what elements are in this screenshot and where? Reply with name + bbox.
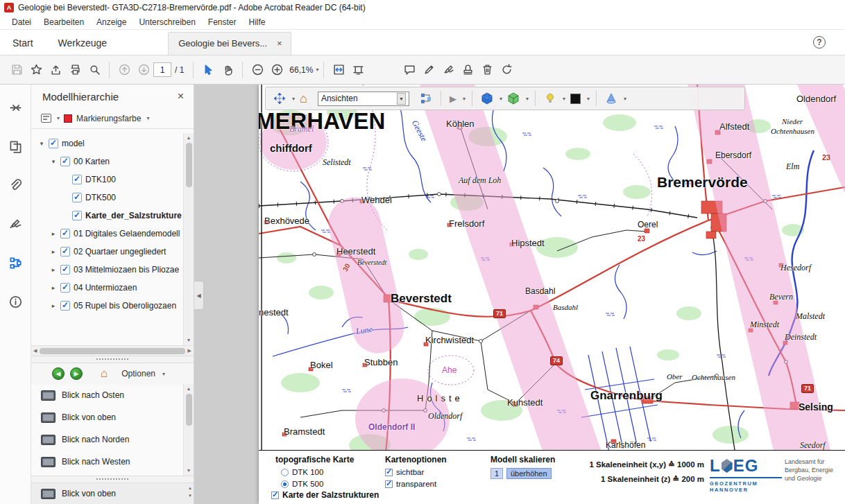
tab-werkzeuge[interactable]: Werkzeuge: [46, 31, 120, 55]
views-dropdown[interactable]: Ansichten ▼: [318, 92, 409, 106]
chevron-down-icon[interactable]: ▾: [292, 96, 295, 102]
chevron-down-icon[interactable]: ▼: [397, 93, 406, 105]
menu-fenster[interactable]: Fenster: [202, 16, 243, 28]
menu-unterschreiben[interactable]: Unterschreiben: [133, 16, 201, 28]
pan-tool-icon[interactable]: [271, 89, 288, 107]
comment-icon[interactable]: [400, 60, 419, 80]
expander-icon[interactable]: ▸: [50, 248, 57, 255]
help-icon[interactable]: ?: [813, 36, 826, 49]
chevron-down-icon[interactable]: ▾: [463, 96, 466, 102]
tree-item-04-untermiozaen[interactable]: ▸04 Untermiozaen: [31, 279, 194, 297]
lighting-icon[interactable]: [542, 89, 558, 107]
tab-close-icon[interactable]: ×: [277, 38, 282, 49]
projection-mode-icon[interactable]: [505, 89, 522, 107]
expander-icon[interactable]: ▸: [50, 266, 57, 273]
checkbox-checked-icon[interactable]: [60, 301, 70, 311]
scroll-up-icon[interactable]: ▲: [187, 133, 191, 143]
print-icon[interactable]: [65, 60, 85, 80]
expander-icon[interactable]: ▸: [50, 302, 57, 309]
scale-value-input[interactable]: 1: [490, 468, 503, 479]
next-view-button[interactable]: ▶: [70, 367, 83, 380]
tree-item-dtk500[interactable]: DTK500: [31, 189, 194, 207]
pdf-page[interactable]: MERHAVENBramelchiffdorfSelistedtKöhlenGe…: [259, 85, 845, 504]
spin-up-icon[interactable]: ▲: [188, 485, 192, 492]
page-up-icon[interactable]: [114, 60, 134, 80]
checkbox-checked-icon[interactable]: [72, 211, 82, 220]
panel-collapse-handle[interactable]: ◀: [194, 281, 204, 310]
model-tree-toggle-icon[interactable]: [418, 89, 434, 107]
expander-icon[interactable]: ▾: [38, 140, 45, 147]
scrollbar-thumb[interactable]: [186, 143, 192, 187]
menu-anzeige[interactable]: Anzeige: [90, 16, 133, 28]
menu-hilfe[interactable]: Hilfe: [243, 16, 272, 28]
scrollbar-thumb[interactable]: [186, 394, 192, 426]
chevron-down-icon[interactable]: ▾: [526, 96, 529, 102]
attachments-icon[interactable]: [5, 175, 26, 195]
default-view-home-icon[interactable]: ⌂: [298, 89, 309, 107]
prev-view-button[interactable]: ◀: [52, 367, 65, 380]
search-icon[interactable]: [85, 60, 104, 80]
view-item-blick-nach-osten[interactable]: Blick nach Osten: [31, 384, 194, 406]
page-down-icon[interactable]: [134, 60, 153, 80]
delete-icon[interactable]: [477, 60, 497, 80]
render-mode-icon[interactable]: [479, 89, 495, 107]
star-icon[interactable]: [26, 60, 46, 80]
reading-mode-icon[interactable]: [348, 60, 368, 80]
exaggerate-button[interactable]: überhöhen: [506, 468, 552, 479]
export-pdf-icon[interactable]: [5, 97, 26, 118]
tree-item-karte-der-salzstrukture[interactable]: Karte_der_Salzstrukture: [31, 207, 194, 225]
rotate-icon[interactable]: [497, 60, 516, 80]
play-animation-icon[interactable]: ▶: [447, 89, 459, 107]
background-color-icon[interactable]: [568, 89, 583, 107]
select-tool-icon[interactable]: [198, 60, 218, 80]
chevron-down-icon[interactable]: ▾: [162, 371, 165, 377]
model-tree-panel-icon[interactable]: [5, 252, 26, 273]
info-panel-icon[interactable]: [5, 291, 26, 312]
checkbox-checked-icon[interactable]: [72, 175, 82, 184]
chevron-down-icon[interactable]: ▾: [146, 115, 149, 121]
chevron-down-icon[interactable]: ▾: [587, 96, 590, 102]
default-view-home-icon[interactable]: ⌂: [101, 367, 108, 381]
tree-item-dtk100[interactable]: DTK100: [31, 171, 194, 189]
panel-close-icon[interactable]: ×: [178, 90, 184, 103]
expander-icon[interactable]: ▸: [50, 230, 57, 237]
menu-bearbeiten[interactable]: Bearbeiten: [37, 16, 90, 28]
tree-vertical-scrollbar[interactable]: ▲ ▼: [183, 133, 194, 345]
checkbox-checked-icon[interactable]: [72, 193, 82, 202]
checkbox-transparent[interactable]: transparent: [385, 480, 447, 488]
options-dropdown[interactable]: Optionen: [121, 369, 155, 379]
view-item-blick-nach-westen[interactable]: Blick nach Westen: [31, 451, 194, 473]
chevron-down-icon[interactable]: ▾: [624, 96, 626, 102]
cross-section-icon[interactable]: [603, 89, 620, 107]
marker-color-row[interactable]: ▾ Markierungsfarbe ▾: [31, 108, 194, 129]
tree-item-02-quartaer-ungegliedert[interactable]: ▸02 Quartaer ungegliedert: [31, 243, 194, 261]
pencil-icon[interactable]: [419, 60, 438, 80]
chevron-down-icon[interactable]: ▾: [500, 96, 502, 102]
tab-document[interactable]: Geologie bei Bevers... ×: [168, 32, 291, 55]
tree-item-01-digitales-gelaendemodell[interactable]: ▸01 Digitales Gelaendemodell: [31, 225, 194, 243]
checkbox-checked-icon[interactable]: [60, 265, 70, 275]
radio-dtk100[interactable]: DTK 100: [281, 468, 354, 476]
checkbox-checked-icon[interactable]: [60, 247, 70, 257]
panel-splitter[interactable]: [31, 476, 194, 483]
stamp-icon[interactable]: [458, 60, 477, 80]
spin-down-icon[interactable]: ▼: [188, 492, 192, 500]
zoom-in-icon[interactable]: [267, 60, 287, 80]
checkbox-checked-icon[interactable]: [60, 283, 70, 293]
share-icon[interactable]: [46, 60, 65, 80]
scroll-left-icon[interactable]: ◀: [33, 348, 37, 354]
save-icon[interactable]: [7, 60, 26, 80]
signature-panel-icon[interactable]: [5, 214, 26, 234]
panel-splitter[interactable]: [31, 356, 194, 363]
radio-dtk500[interactable]: DTK 500: [281, 480, 354, 488]
chevron-down-icon[interactable]: ▾: [563, 96, 565, 102]
scroll-down-icon[interactable]: ▼: [187, 466, 191, 476]
checkbox-checked-icon[interactable]: [60, 157, 70, 166]
tab-start[interactable]: Start: [0, 31, 46, 55]
tree-horizontal-scrollbar[interactable]: ◀ ▶: [31, 345, 194, 356]
sign-icon[interactable]: [438, 60, 458, 80]
expander-icon[interactable]: ▾: [50, 158, 57, 165]
scroll-down-icon[interactable]: ▼: [187, 336, 191, 345]
page-number-input[interactable]: [153, 62, 171, 77]
scrollbar-thumb[interactable]: [40, 348, 185, 354]
